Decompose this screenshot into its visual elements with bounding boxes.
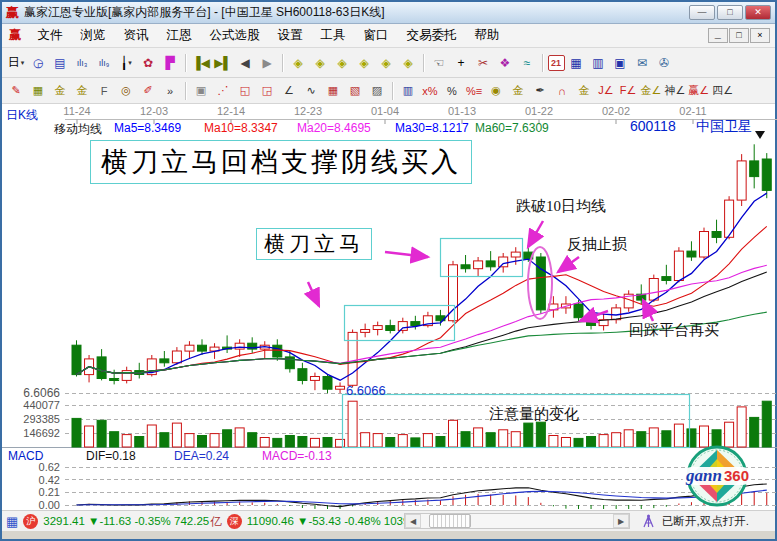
minimize-button[interactable]: — [689, 5, 715, 20]
hatch-icon[interactable]: ▨ [367, 82, 388, 100]
drag-hand-icon[interactable]: ☜ [429, 52, 450, 73]
grid-arrow-icon[interactable]: ▧ [345, 82, 366, 100]
j-angle-icon[interactable]: J∠ [596, 82, 617, 100]
grid-icon[interactable]: ▦ [323, 82, 344, 100]
measure-icon[interactable]: ✂ [473, 52, 494, 73]
gold-circle-icon[interactable]: ◉ [486, 82, 507, 100]
percent-icon[interactable]: % [442, 82, 463, 100]
annotation-consolidation-note[interactable]: 横刀立马 [256, 228, 372, 260]
f-angle-icon[interactable]: F∠ [618, 82, 639, 100]
menu-item[interactable]: 浏览 [72, 24, 115, 47]
menu-item[interactable]: 江恩 [158, 24, 201, 47]
menu-item[interactable]: 交易委托 [398, 24, 466, 47]
scroll-left-button[interactable]: ◀ [405, 514, 421, 528]
shen-angle-icon[interactable]: 神∠ [663, 82, 686, 100]
menu-item[interactable]: 公式选股 [201, 24, 269, 47]
horizontal-scrollbar[interactable]: ◀ ▶ [404, 513, 630, 529]
scroll-right-button[interactable]: ▶ [613, 514, 629, 528]
save-icon[interactable]: ▣ [610, 52, 631, 73]
quote-table-icon[interactable]: ▦ [6, 514, 18, 529]
mdi-close-button[interactable]: × [750, 28, 770, 43]
shenzhen-index-icon[interactable]: 深 [227, 514, 242, 529]
bars-9-icon[interactable]: ılı₉ [94, 52, 115, 73]
stats-icon[interactable]: ▥ [398, 82, 419, 100]
mdi-minimize-button[interactable]: ＿ [708, 28, 728, 43]
low-price-marker: 6.6066 [346, 383, 386, 398]
si-angle-icon[interactable]: 四∠ [711, 82, 734, 100]
zoom-in-icon[interactable]: ◈ [310, 52, 331, 73]
connection-status[interactable]: 已断开,双点打开. [662, 514, 749, 529]
toolbar-drawing: ✎▦金金F◎✐»▣⋰◱◲∠∿▦▧▨▥x%%%≡◉金✒∩金J∠F∠金∠神∠赢∠四∠ [2, 78, 775, 104]
gold-grid2-icon[interactable]: 金 [72, 82, 93, 100]
macd-axis-label: 0.00 [4, 499, 60, 511]
fibonacci-grid-icon[interactable]: F [94, 82, 115, 100]
date-tick-label: 12-03 [140, 105, 168, 117]
chart-mode-icon[interactable]: ◶ [28, 52, 49, 73]
gold-grid-icon[interactable]: 金 [50, 82, 71, 100]
maximize-button[interactable]: □ [717, 5, 743, 20]
channel-icon[interactable]: ∩ [552, 82, 573, 100]
draw-brush-icon[interactable]: ✎ [6, 82, 27, 100]
shift-right-icon[interactable]: ◈ [398, 52, 419, 73]
first-bar-icon[interactable]: ▐◀ [191, 52, 212, 73]
spiral-icon[interactable]: ◎ [116, 82, 137, 100]
shanghai-index-icon[interactable]: 沪 [23, 514, 38, 529]
pen2-icon[interactable]: ✒ [530, 82, 551, 100]
wave-line-icon[interactable]: ≈ [517, 52, 538, 73]
menu-item[interactable]: 窗口 [355, 24, 398, 47]
ying-angle-icon[interactable]: 赢∠ [687, 82, 710, 100]
zoom-out-icon[interactable]: ◈ [288, 52, 309, 73]
compress-icon[interactable]: ◈ [332, 52, 353, 73]
print-icon[interactable]: ✇ [654, 52, 675, 73]
rect-select-icon[interactable]: ▣ [191, 82, 212, 100]
annotation-rebound-stop[interactable]: 反抽止损 [567, 235, 627, 254]
pattern-icon[interactable]: ✿ [138, 52, 159, 73]
next-bar-icon[interactable]: ▶ [257, 52, 278, 73]
volume-profile-icon[interactable]: ▛ [160, 52, 181, 73]
scrollbar-thumb[interactable] [429, 514, 471, 528]
gann-fan-icon[interactable]: ⋰ [213, 82, 234, 100]
angle-line-icon[interactable]: ∠ [279, 82, 300, 100]
fan-box-icon[interactable]: ◱ [235, 82, 256, 100]
close-button[interactable]: ✕ [745, 5, 771, 20]
menu-item[interactable]: 帮助 [466, 24, 509, 47]
expand-icon[interactable]: ◈ [354, 52, 375, 73]
menu-item[interactable]: 工具 [312, 24, 355, 47]
info-panel-icon[interactable]: ▤ [50, 52, 71, 73]
crosshair-icon[interactable]: + [451, 52, 472, 73]
mail-icon[interactable]: ✉ [632, 52, 653, 73]
annotation-volume-note[interactable]: 注意量的变化 [489, 405, 579, 424]
calculator-icon[interactable]: ▦ [566, 52, 587, 73]
candle-style-icon[interactable]: ╽▾ [116, 52, 137, 73]
gold-angle-icon[interactable]: 金∠ [640, 82, 663, 100]
calendar-icon[interactable]: 21 [548, 55, 565, 71]
fan-box2-icon[interactable]: ◲ [257, 82, 278, 100]
menu-item[interactable]: 资讯 [115, 24, 158, 47]
menu-item[interactable]: 文件 [29, 24, 72, 47]
macd-dea-value: DEA=0.24 [174, 449, 229, 463]
gold2-icon[interactable]: 金 [574, 82, 595, 100]
bars-3-icon[interactable]: ılı₃ [72, 52, 93, 73]
menu-logo-icon: 赢 [9, 27, 22, 44]
more-tools-icon[interactable]: » [160, 82, 181, 100]
flower-tool-icon[interactable]: ❖ [495, 52, 516, 73]
percent-lines-icon[interactable]: %≡ [464, 82, 485, 100]
kline-chart-canvas[interactable]: 日K线 移动均线 Ma5=8.3469Ma10=8.3347Ma20=8.469… [2, 104, 775, 510]
last-bar-icon[interactable]: ▶▌ [213, 52, 234, 73]
macd-axis-label: 0.62 [4, 461, 60, 473]
annotation-main-note[interactable]: 横刀立马回档支撑阴线买入 [90, 140, 472, 184]
zigzag-icon[interactable]: ∿ [301, 82, 322, 100]
gann-grid-icon[interactable]: ▦ [28, 82, 49, 100]
shift-left-icon[interactable]: ◈ [376, 52, 397, 73]
prev-bar-icon[interactable]: ◀ [235, 52, 256, 73]
ruler-brush-icon[interactable]: ✐ [138, 82, 159, 100]
annotation-break-ma10[interactable]: 跌破10日均线 [516, 197, 606, 216]
period-day-selector[interactable]: 日▾ [6, 52, 27, 73]
gold-lines-icon[interactable]: 金 [508, 82, 529, 100]
mdi-restore-button[interactable]: □ [729, 28, 749, 43]
notes-icon[interactable]: ▥ [588, 52, 609, 73]
menu-item[interactable]: 设置 [269, 24, 312, 47]
annotation-pullback-rebuy[interactable]: 回踩平台再买 [629, 321, 719, 340]
percent-x-icon[interactable]: x% [420, 82, 441, 100]
toolbar-separator [423, 54, 424, 72]
